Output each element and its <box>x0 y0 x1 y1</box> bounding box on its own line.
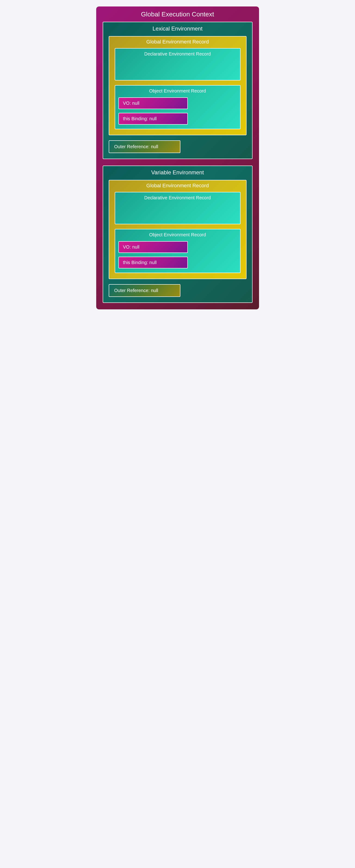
global-environment-record: Global Environment Record Declarative En… <box>109 36 246 135</box>
declarative-environment-record: Declarative Environment Record <box>115 48 240 81</box>
ger-title: Global Environment Record <box>115 183 240 189</box>
gec-title: Global Execution Context <box>103 11 253 18</box>
lexical-environment: Lexical Environment Global Environment R… <box>103 22 253 159</box>
object-environment-record: Object Environment Record VO: null this … <box>115 229 240 273</box>
global-environment-record: Global Environment Record Declarative En… <box>109 180 246 279</box>
this-binding-value: this Binding: null <box>118 113 188 125</box>
global-execution-context: Global Execution Context Lexical Environ… <box>96 6 259 309</box>
der-title: Declarative Environment Record <box>118 51 237 57</box>
vo-value: VO: null <box>118 97 188 109</box>
object-environment-record: Object Environment Record VO: null this … <box>115 85 240 129</box>
variable-environment: Variable Environment Global Environment … <box>103 165 253 303</box>
diagram-canvas: Global Execution Context Lexical Environ… <box>94 5 261 311</box>
oer-title: Object Environment Record <box>118 232 237 238</box>
der-title: Declarative Environment Record <box>118 195 237 200</box>
declarative-environment-record: Declarative Environment Record <box>115 192 240 224</box>
oer-title: Object Environment Record <box>118 88 237 94</box>
lexical-environment-title: Lexical Environment <box>109 25 246 32</box>
this-binding-value: this Binding: null <box>118 257 188 269</box>
outer-reference: Outer Reference: null <box>109 141 180 153</box>
outer-reference: Outer Reference: null <box>109 284 180 297</box>
ger-title: Global Environment Record <box>115 39 240 45</box>
variable-environment-title: Variable Environment <box>109 169 246 176</box>
vo-value: VO: null <box>118 241 188 253</box>
